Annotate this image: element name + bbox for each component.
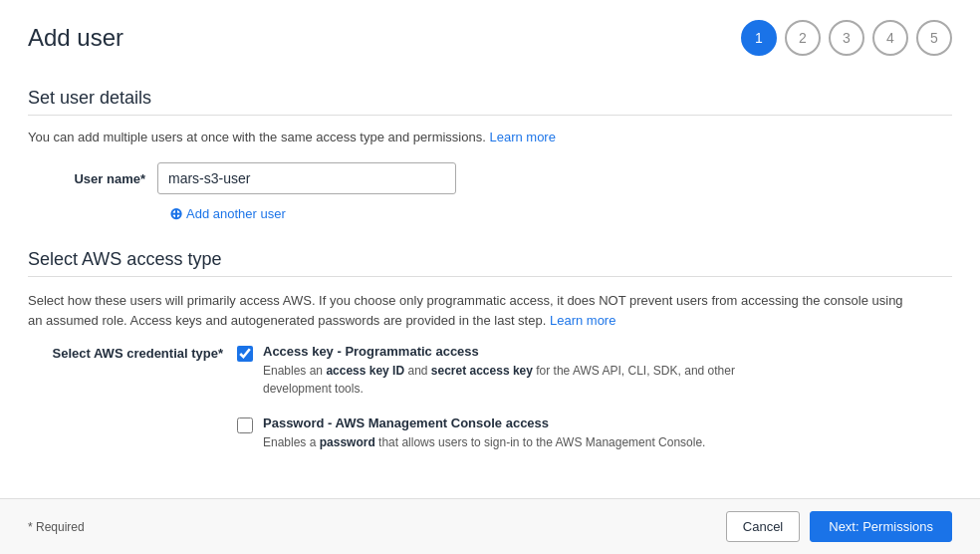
step-3: 3 (829, 20, 864, 56)
credential-type-label: Select AWS credential type* (28, 344, 237, 361)
console-access-option: Password - AWS Management Console access… (237, 416, 801, 451)
next-permissions-button[interactable]: Next: Permissions (810, 511, 952, 542)
footer: * Required Cancel Next: Permissions (0, 498, 980, 554)
section2-learn-more-link[interactable]: Learn more (550, 313, 615, 328)
add-another-user-link[interactable]: ⊕ Add another user (169, 204, 952, 223)
step-4: 4 (872, 20, 908, 56)
programmatic-access-title: Access key - Programmatic access (263, 344, 801, 359)
console-access-desc: Enables a password that allows users to … (263, 433, 705, 451)
section1-info: You can add multiple users at once with … (28, 130, 952, 144)
step-1: 1 (741, 20, 777, 56)
plus-icon: ⊕ (169, 204, 182, 223)
username-input[interactable] (157, 162, 456, 194)
select-access-type-title: Select AWS access type (28, 233, 952, 270)
section1-learn-more-link[interactable]: Learn more (489, 130, 555, 144)
cancel-button[interactable]: Cancel (726, 511, 800, 542)
add-another-user-label: Add another user (186, 206, 286, 221)
programmatic-access-option: Access key - Programmatic access Enables… (237, 344, 801, 398)
required-label: * Required (28, 520, 85, 534)
step-5: 5 (916, 20, 952, 56)
console-access-checkbox[interactable] (237, 417, 253, 433)
console-access-title: Password - AWS Management Console access (263, 416, 705, 430)
credential-options: Access key - Programmatic access Enables… (237, 344, 801, 451)
step-2: 2 (785, 20, 821, 56)
section2-info: Select how these users will primarily ac… (28, 291, 952, 330)
programmatic-access-desc: Enables an access key ID and secret acce… (263, 362, 801, 398)
username-label: User name* (28, 171, 157, 186)
page-title: Add user (28, 24, 123, 52)
set-user-details-title: Set user details (28, 72, 952, 109)
steps-indicator: 1 2 3 4 5 (741, 20, 952, 56)
programmatic-access-checkbox[interactable] (237, 346, 253, 362)
